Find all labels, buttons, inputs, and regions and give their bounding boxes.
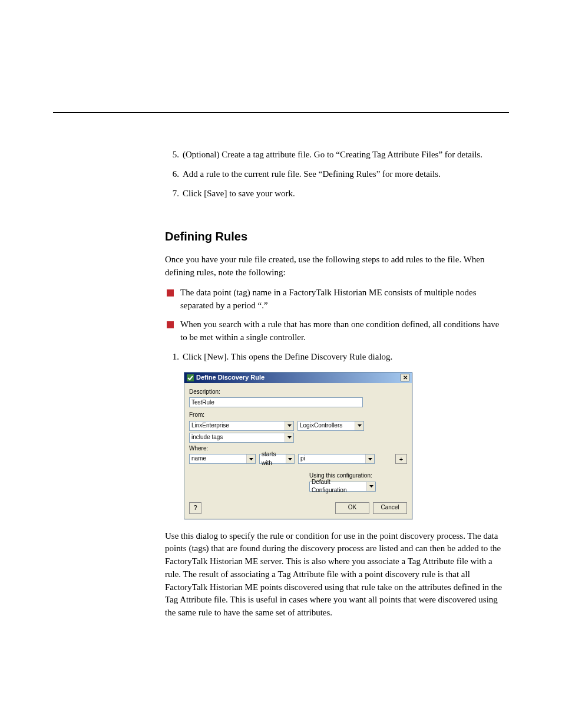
svg-rect-0	[187, 374, 194, 381]
chevron-down-icon	[365, 454, 374, 463]
add-condition-button[interactable]: +	[395, 454, 407, 464]
ok-button[interactable]: OK	[335, 502, 369, 514]
from-label: From:	[189, 411, 407, 420]
define-discovery-rule-dialog: Define Discovery Rule ✕ Description: Fro…	[184, 372, 412, 519]
dialog-title-text: Define Discovery Rule	[196, 373, 265, 383]
bullet-item: When you search with a rule that has mor…	[165, 318, 507, 344]
chevron-down-icon	[366, 482, 375, 491]
where-value-text: pi	[300, 454, 305, 463]
step-number: 5.	[165, 149, 179, 162]
where-value-select[interactable]: pi	[298, 454, 375, 464]
step-text: Click [Save] to save your work.	[183, 187, 507, 200]
where-field-value: name	[191, 454, 206, 463]
step-number: 1.	[165, 351, 179, 364]
from-target-value: LogixControllers	[300, 421, 342, 430]
tag-scope-value: include tags	[191, 433, 223, 442]
where-label: Where:	[189, 444, 407, 453]
help-button[interactable]: ?	[189, 502, 201, 514]
dialog-titlebar: Define Discovery Rule ✕	[184, 373, 412, 383]
where-op-value: starts with	[262, 450, 286, 467]
dialog-close-button[interactable]: ✕	[401, 374, 409, 381]
square-bullet-icon	[167, 321, 174, 328]
intro-paragraph: Once you have your rule file created, us…	[165, 253, 507, 279]
where-op-select[interactable]: starts with	[259, 454, 295, 464]
from-source-select[interactable]: LinxEnterprise	[189, 421, 294, 431]
square-bullet-icon	[167, 289, 174, 297]
step-text: Click [New]. This opens the Define Disco…	[183, 351, 507, 364]
cancel-button[interactable]: Cancel	[373, 502, 407, 514]
section-heading: Defining Rules	[165, 228, 507, 245]
description-input[interactable]	[189, 397, 363, 407]
step-item: 7. Click [Save] to save your work.	[165, 187, 507, 200]
step-text: (Optional) Create a tag attribute file. …	[183, 149, 507, 162]
tag-scope-select[interactable]: include tags	[189, 433, 294, 443]
chevron-down-icon	[246, 454, 255, 463]
bullet-text: When you search with a rule that has mor…	[180, 318, 507, 344]
from-target-select[interactable]: LogixControllers	[297, 421, 364, 431]
where-field-select[interactable]: name	[189, 454, 256, 464]
body-content: 5. (Optional) Create a tag attribute fil…	[165, 149, 507, 620]
step-item: 5. (Optional) Create a tag attribute fil…	[165, 149, 507, 162]
horizontal-rule	[53, 112, 509, 113]
chevron-down-icon	[286, 454, 294, 463]
bullet-text: The data point (tag) name in a FactoryTa…	[180, 286, 507, 312]
from-source-value: LinxEnterprise	[191, 421, 229, 430]
step-text: Add a rule to the current rule file. See…	[183, 168, 507, 181]
chevron-down-icon	[285, 433, 293, 442]
step-item: 1. Click [New]. This opens the Define Di…	[165, 351, 507, 364]
step-number: 7.	[165, 187, 179, 200]
chevron-down-icon	[355, 421, 363, 430]
config-select[interactable]: Default Configuration	[309, 482, 376, 492]
description-label: Description:	[189, 388, 407, 397]
config-value: Default Configuration	[312, 478, 366, 495]
dialog-body: Description: From: LinxEnterprise LogixC…	[184, 383, 412, 519]
bullet-item: The data point (tag) name in a FactoryTa…	[165, 286, 507, 312]
after-paragraph: Use this dialog to specify the rule or c…	[165, 530, 507, 620]
help-icon: ?	[193, 503, 197, 513]
dialog-icon	[187, 374, 194, 381]
step-number: 6.	[165, 168, 179, 181]
step-item: 6. Add a rule to the current rule file. …	[165, 168, 507, 181]
chevron-down-icon	[285, 421, 293, 430]
